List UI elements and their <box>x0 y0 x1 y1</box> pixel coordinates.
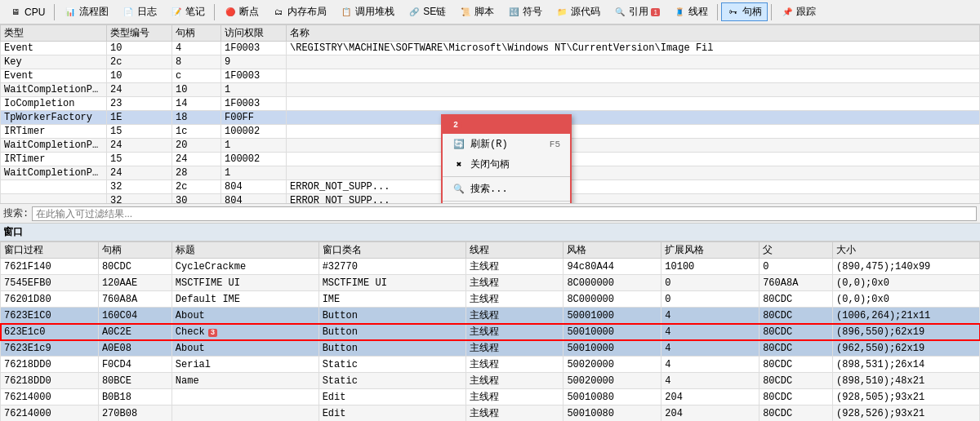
table-row[interactable]: 623E1c0A0C2ECheck3Button主线程50010000480CD… <box>1 324 980 340</box>
table-cell: 32 <box>107 180 172 194</box>
table-cell: 1 <box>221 166 287 180</box>
script-icon: 📜 <box>459 6 472 19</box>
toolbar-flowchart[interactable]: 📊 流程图 <box>58 2 114 21</box>
table-cell: IRTimer <box>1 153 107 166</box>
row-badge: 3 <box>208 329 217 337</box>
table-cell: MSCTFIME UI <box>318 275 466 291</box>
table-cell: 50010080 <box>564 389 662 405</box>
menu-close-handle[interactable]: ✖ 关闭句柄 <box>443 154 570 175</box>
table-cell: Event <box>1 69 107 83</box>
toolbar-script[interactable]: 📜 脚本 <box>453 2 500 21</box>
table-row[interactable]: 76218DD080BCENameStatic主线程50020000480CDC… <box>1 373 980 389</box>
table-cell: (890,475);140x99 <box>833 259 980 275</box>
sep-1 <box>54 4 55 20</box>
search-input[interactable] <box>32 206 977 221</box>
table-cell: 32 <box>107 194 172 205</box>
symbol-icon: 🔣 <box>507 6 520 19</box>
toolbar-breakpoint[interactable]: 🔴 断点 <box>218 2 265 21</box>
table-cell: WaitCompletionPacket <box>1 139 107 153</box>
table-cell: CycleCrackme <box>172 259 318 275</box>
table-cell: (0,0);0x0 <box>833 291 980 308</box>
table-cell: 1 <box>221 83 287 97</box>
search-menu-icon: 🔍 <box>452 183 466 196</box>
table-cell: 80CDC <box>760 324 833 340</box>
table-cell: 100002 <box>221 125 287 139</box>
toolbar-thread[interactable]: 🧵 线程 <box>667 2 714 21</box>
toolbar-log[interactable]: 📄 日志 <box>116 2 163 21</box>
toolbar-handle[interactable]: 🗝 句柄 <box>721 2 768 21</box>
menu-search[interactable]: 🔍 搜索... <box>443 179 570 199</box>
log-icon: 📄 <box>122 6 135 19</box>
table-cell: F00FF <box>221 111 287 125</box>
table-cell: ERROR_NOT_SUPP... <box>287 180 980 194</box>
table-cell: Button <box>318 308 466 324</box>
toolbar-notes[interactable]: 📝 笔记 <box>164 2 211 21</box>
toolbar-source[interactable]: 📁 源代码 <box>550 2 606 21</box>
table-cell: 30 <box>172 194 221 205</box>
table-cell: 10 <box>107 69 172 83</box>
table-cell: 4 <box>662 308 760 324</box>
table-cell: 主线程 <box>466 291 564 308</box>
table-cell: 80BCE <box>98 373 172 389</box>
table-cell: Check3 <box>172 324 318 340</box>
table-row[interactable]: 76214000B0B18Edit主线程5001008020480CDC(928… <box>1 389 980 405</box>
toolbar-memory[interactable]: 🗂 内存布局 <box>266 2 332 21</box>
thread-icon: 🧵 <box>673 6 686 19</box>
table-row[interactable]: 76214000270B08Edit主线程5001008020480CDC(92… <box>1 405 980 422</box>
col-wnd-title: 标题 <box>172 242 318 259</box>
table-cell <box>287 69 980 83</box>
menu-refresh[interactable]: 🔄 刷新(R) F5 <box>443 134 570 154</box>
table-row[interactable]: 76201D80760A8ADefault IMEIME主线程8C0000000… <box>1 291 980 308</box>
table-cell: 270B08 <box>98 405 172 422</box>
table-cell: 4 <box>662 357 760 373</box>
table-cell: Default IME <box>172 291 318 308</box>
col-wnd-handle: 句柄 <box>98 242 172 259</box>
table-cell: 623E1c0 <box>1 324 99 340</box>
toolbar-se[interactable]: 🔗 SE链 <box>402 2 452 21</box>
col-access: 访问权限 <box>221 25 287 42</box>
table-row[interactable]: 7623E1C0160C04AboutButton主线程50001000480C… <box>1 308 980 324</box>
table-cell: 80CDC <box>760 308 833 324</box>
table-cell <box>287 97 980 111</box>
table-row[interactable]: IoCompletion23141F0003 <box>1 97 980 111</box>
toolbar-symbol[interactable]: 🔣 符号 <box>501 2 548 21</box>
table-cell: \REGISTRY\MACHINE\SOFTWARE\Microsoft\Win… <box>287 42 980 55</box>
table-cell: (928,526);93x21 <box>833 405 980 422</box>
table-cell <box>1 194 107 205</box>
menu-search-label: 搜索... <box>470 182 508 196</box>
table-cell: 80CDC <box>760 357 833 373</box>
table-cell: IoCompletion <box>1 97 107 111</box>
table-cell: 1E <box>107 111 172 125</box>
toolbar-trace[interactable]: 📌 跟踪 <box>775 2 822 21</box>
table-cell: 主线程 <box>466 324 564 340</box>
menu-sep-1 <box>443 176 570 177</box>
table-row[interactable]: Event1041F0003\REGISTRY\MACHINE\SOFTWARE… <box>1 42 980 55</box>
toolbar-cpu[interactable]: 🖥 CPU <box>3 3 51 21</box>
table-cell: 7623E1c9 <box>1 340 99 357</box>
col-wnd-exstyle: 扩展风格 <box>662 242 760 259</box>
table-cell: F0CD4 <box>98 357 172 373</box>
table-cell: 9 <box>221 55 287 69</box>
table-cell: 80CDC <box>760 373 833 389</box>
col-handle: 句柄 <box>172 25 221 42</box>
table-row[interactable]: WaitCompletionPacket24101 <box>1 83 980 97</box>
table-row[interactable]: 76218DD0F0CD4SerialStatic主线程50020000480C… <box>1 357 980 373</box>
close-handle-icon: ✖ <box>452 158 466 171</box>
table-row[interactable]: Key2c89 <box>1 55 980 69</box>
table-cell: (928,505);93x21 <box>833 389 980 405</box>
ref-badge: 1 <box>651 8 660 16</box>
table-row[interactable]: 7545EFB0120AAEMSCTFIME UIMSCTFIME UI主线程8… <box>1 275 980 291</box>
table-row[interactable]: Event10c1F0003 <box>1 69 980 83</box>
table-cell: Name <box>172 373 318 389</box>
table-cell: 76214000 <box>1 405 99 422</box>
table-cell: Serial <box>172 357 318 373</box>
table-cell: 80CDC <box>760 291 833 308</box>
table-row[interactable]: 7621F14080CDCCycleCrackme#32770主线程94c80A… <box>1 259 980 275</box>
col-type: 类型 <box>1 25 107 42</box>
menu-close-handle-label: 关闭句柄 <box>470 157 510 171</box>
toolbar-ref[interactable]: 🔍 引用 1 <box>608 2 666 21</box>
callstack-icon: 📋 <box>340 6 353 19</box>
memory-icon: 🗂 <box>272 6 285 19</box>
table-row[interactable]: 7623E1c9A0E08AboutButton主线程50010000480CD… <box>1 340 980 357</box>
toolbar-callstack[interactable]: 📋 调用堆栈 <box>334 2 400 21</box>
